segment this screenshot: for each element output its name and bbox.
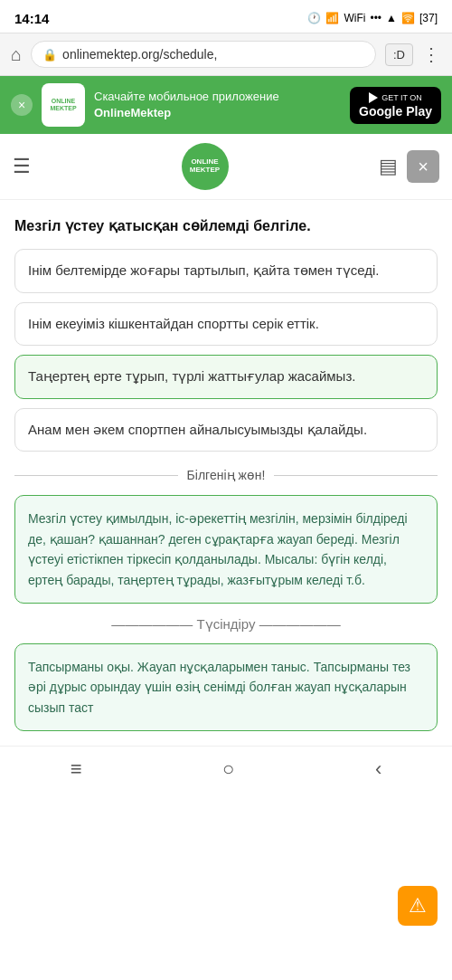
clock-icon: 🕐 [307, 12, 321, 24]
signal-icon: 📶 [325, 12, 339, 24]
wifi-icon: WiFi [344, 12, 365, 24]
green-banner: × ONLINE MEKTEP Скачайте мобильное прило… [0, 76, 452, 134]
home-icon[interactable]: ⌂ [11, 44, 22, 65]
url-box[interactable]: 🔒 onlinemektep.org/schedule, [31, 41, 376, 68]
divider-line-right [274, 475, 438, 476]
answer-option-3[interactable]: Таңертең ерте тұрып, түрлі жаттығулар жа… [14, 355, 438, 399]
hamburger-icon[interactable]: ☰ [13, 155, 31, 178]
play-triangle-icon [369, 92, 378, 103]
url-text: onlinemektep.org/schedule, [62, 47, 364, 62]
nav-back-icon[interactable]: ‹ [375, 757, 381, 781]
list-view-icon[interactable]: ▤ [379, 155, 398, 178]
signal-bars-icon: ▲ [386, 12, 397, 24]
divider-text: Білгенің жөн! [187, 468, 266, 482]
divider-line-left [14, 475, 178, 476]
brand-logo-nav: ONLINE MEKTEP [182, 143, 229, 190]
answer-option-2[interactable]: Інім екеуіміз кішкентайдан спортты серік… [14, 302, 438, 347]
answer-option-1[interactable]: Інім белтемірде жоғары тартылып, қайта т… [14, 249, 438, 293]
address-bar: ⌂ 🔒 onlinemektep.org/schedule, :D ⋮ [0, 33, 452, 76]
section-label-tushindiru: —————— Түсіндіру —————— [14, 616, 438, 633]
banner-text: Скачайте мобильное приложение OnlineMekt… [94, 89, 341, 121]
wifi2-icon: 🛜 [401, 12, 415, 24]
google-play-button[interactable]: GET IT ON Google Play [350, 87, 441, 124]
dots-icon: ••• [370, 12, 381, 24]
status-time: 14:14 [14, 11, 49, 26]
nav-right: ▤ × [379, 150, 439, 183]
nav-home-icon[interactable]: ○ [222, 757, 234, 781]
close-banner-button[interactable]: × [11, 94, 33, 116]
brand-logo-small: ONLINE MEKTEP [42, 83, 85, 127]
nav-menu-icon[interactable]: ≡ [71, 757, 82, 781]
answer-option-4[interactable]: Анам мен әкем спортпен айналысуымызды қа… [14, 408, 438, 452]
lock-icon: 🔒 [42, 48, 57, 62]
status-bar: 14:14 🕐 📶 WiFi ••• ▲ 🛜 [37] [0, 0, 452, 33]
status-icons: 🕐 📶 WiFi ••• ▲ 🛜 [37] [307, 12, 438, 24]
battery-icon: [37] [419, 12, 438, 24]
instruction-box: Тапсырманы оқы. Жауап нұсқаларымен таныс… [14, 643, 438, 731]
warning-badge[interactable]: ⚠ [398, 886, 438, 926]
divider-bilgening-zhon: Білгенің жөн! [14, 468, 438, 482]
menu-dots-icon[interactable]: ⋮ [422, 43, 441, 65]
warning-triangle-icon: ⚠ [409, 894, 427, 918]
close-nav-button[interactable]: × [407, 150, 439, 183]
nav-header: ☰ ONLINE MEKTEP ▤ × [0, 134, 452, 200]
tab-button[interactable]: :D [385, 43, 413, 66]
main-content: Мезгіл үстеу қатысқан сөйлемді белгіле. … [0, 200, 452, 731]
bottom-nav: ≡ ○ ‹ [0, 746, 452, 792]
info-box: Мезгіл үстеу қимылдын, іс-әрекеттің мезг… [14, 495, 438, 604]
question-title: Мезгіл үстеу қатысқан сөйлемді белгіле. [14, 216, 438, 236]
